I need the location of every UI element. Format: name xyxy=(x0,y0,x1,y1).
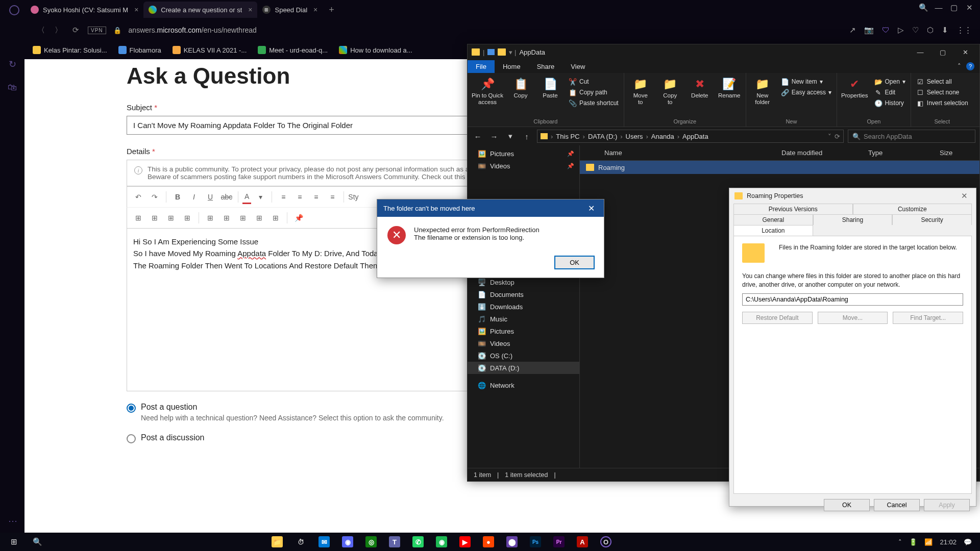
tree-pictures[interactable]: 🖼️Pictures📌 xyxy=(468,147,579,160)
taskbar-app[interactable]: ◉ xyxy=(431,534,452,550)
tab-location[interactable]: Location xyxy=(733,225,813,236)
font-dropdown[interactable]: ▾ xyxy=(253,190,267,204)
table-button[interactable]: ⊞ xyxy=(268,211,283,225)
tree-pictures2[interactable]: 🖼️Pictures xyxy=(468,325,579,337)
explorer-titlebar[interactable]: | ▾ | AppData ― ▢ ✕ xyxy=(468,44,979,60)
ok-button[interactable]: OK xyxy=(554,256,595,269)
bookmark-4[interactable]: How to download a... xyxy=(339,46,412,54)
bold-button[interactable]: B xyxy=(170,190,185,204)
tab-general[interactable]: General xyxy=(733,214,813,225)
start-button[interactable]: ⊞ xyxy=(3,534,24,550)
undo-button[interactable]: ↶ xyxy=(131,190,145,204)
tab-security[interactable]: Security xyxy=(892,214,972,225)
taskbar-app[interactable]: A xyxy=(572,534,593,550)
notifications-icon[interactable]: 💬 xyxy=(964,538,972,546)
open-button[interactable]: 📂Open ▾ xyxy=(873,77,906,86)
cut-button[interactable]: ✂️Cut xyxy=(568,77,620,86)
tab-customize[interactable]: Customize xyxy=(853,204,972,214)
tree-os-c[interactable]: 💽OS (C:) xyxy=(468,349,579,362)
taskbar-app[interactable]: ✆ xyxy=(407,534,429,550)
style-dropdown[interactable]: Sty xyxy=(348,190,358,204)
up-button[interactable]: ↑ xyxy=(521,132,533,141)
newfolder-button[interactable]: 📁Newfolder xyxy=(750,77,775,106)
bookmark-3[interactable]: Meet - urd-eoad-q... xyxy=(258,46,328,54)
align-center-button[interactable]: ≡ xyxy=(292,190,307,204)
browser-tab-1[interactable]: Create a new question or st× xyxy=(143,2,257,18)
unpin-button[interactable]: 📌 xyxy=(291,211,306,225)
invert-button[interactable]: ◧Invert selection xyxy=(915,98,969,108)
strike-button[interactable]: abc xyxy=(219,190,234,204)
copy-button[interactable]: 📋Copy xyxy=(508,77,533,99)
chevron-up-icon[interactable]: ˄ xyxy=(958,62,961,70)
share-icon[interactable]: ↗ xyxy=(849,26,856,35)
tab-home[interactable]: Home xyxy=(495,60,529,73)
minimize-icon[interactable]: ― xyxy=(910,48,930,56)
taskbar-app[interactable]: ● xyxy=(478,534,499,550)
taskbar-app[interactable]: ◉ xyxy=(337,534,358,550)
tree-videos2[interactable]: 🎞️Videos xyxy=(468,337,579,349)
font-color-button[interactable]: A xyxy=(242,190,251,204)
align-left-button[interactable]: ≡ xyxy=(276,190,290,204)
explorer-tree[interactable]: 🖼️Pictures📌 🎞️Videos📌 🧊3D Objects 🖥️Desk… xyxy=(468,145,580,468)
taskbar-app[interactable]: 📁 xyxy=(266,534,288,550)
bookmark-0[interactable]: Kelas Pintar: Solusi... xyxy=(33,46,107,54)
bookmark-2[interactable]: KELAS VII A 2021 -... xyxy=(173,46,247,54)
moveto-button[interactable]: 📁Moveto xyxy=(628,77,653,106)
taskbar-app[interactable]: Ps xyxy=(525,534,546,550)
tree-documents[interactable]: 📄Documents xyxy=(468,288,579,300)
location-path-input[interactable] xyxy=(742,293,963,306)
taskbar-app[interactable]: ▶ xyxy=(454,534,476,550)
cancel-button[interactable]: Cancel xyxy=(874,499,920,511)
recent-dropdown[interactable]: ▾ xyxy=(504,132,517,141)
table-button[interactable]: ⊞ xyxy=(164,211,178,225)
vpn-badge[interactable]: VPN xyxy=(88,27,106,34)
close-icon[interactable]: × xyxy=(313,6,317,14)
restore-default-button[interactable]: Restore Default xyxy=(742,312,813,324)
chevron-up-icon[interactable]: ˄ xyxy=(898,538,902,546)
tab-previous-versions[interactable]: Previous Versions xyxy=(733,204,853,214)
maximize-icon[interactable]: ▢ xyxy=(949,3,959,12)
newitem-button[interactable]: 📄New item ▾ xyxy=(780,77,832,86)
col-type[interactable]: Type xyxy=(862,149,934,157)
delete-button[interactable]: ✖Delete xyxy=(688,77,712,99)
dialog-titlebar[interactable]: Roaming Properties✕ xyxy=(729,188,976,204)
close-icon[interactable]: × xyxy=(248,6,252,14)
table-button[interactable]: ⊞ xyxy=(203,211,217,225)
table-button[interactable]: ⊞ xyxy=(219,211,234,225)
play-icon[interactable]: ▷ xyxy=(898,26,904,35)
copypath-button[interactable]: 📋Copy path xyxy=(568,88,620,97)
system-tray[interactable]: ˄ 🔋 📶 21:02 💬 xyxy=(898,538,977,546)
opera-icon[interactable] xyxy=(9,5,19,15)
col-name[interactable]: Name xyxy=(598,149,775,157)
minimize-icon[interactable]: ― xyxy=(934,3,943,12)
bag-icon[interactable]: 🛍 xyxy=(8,82,17,93)
cube-icon[interactable]: ⬡ xyxy=(927,26,934,35)
table-button[interactable]: ⊞ xyxy=(131,211,145,225)
close-icon[interactable]: ✕ xyxy=(955,48,975,56)
align-right-button[interactable]: ≡ xyxy=(309,190,323,204)
align-justify-button[interactable]: ≡ xyxy=(325,190,339,204)
table-button[interactable]: ⊞ xyxy=(236,211,250,225)
close-icon[interactable]: ✕ xyxy=(965,3,974,12)
table-button[interactable]: ⊞ xyxy=(148,211,162,225)
underline-button[interactable]: U xyxy=(203,190,217,204)
col-size[interactable]: Size xyxy=(934,149,979,157)
taskbar-app[interactable]: ⬤ xyxy=(501,534,523,550)
close-icon[interactable]: × xyxy=(134,6,138,14)
history-button[interactable]: 🕑History xyxy=(873,98,906,108)
browser-tab-0[interactable]: Syoko Hoshi (CV: Satsumi M× xyxy=(26,2,143,18)
heart-icon[interactable]: ♡ xyxy=(912,26,919,35)
taskbar-app[interactable]: T xyxy=(384,534,405,550)
table-button[interactable]: ⊞ xyxy=(180,211,194,225)
table-button[interactable]: ⊞ xyxy=(252,211,266,225)
paste-button[interactable]: 📄Paste xyxy=(538,77,562,99)
apply-button[interactable]: Apply xyxy=(924,499,970,511)
back-button[interactable]: 〈 xyxy=(36,26,46,35)
tab-sharing[interactable]: Sharing xyxy=(813,214,893,225)
clock[interactable]: 21:02 xyxy=(940,538,957,546)
pin-quickaccess-button[interactable]: 📌Pin to Quickaccess xyxy=(472,77,503,106)
tab-share[interactable]: Share xyxy=(529,60,563,73)
wifi-icon[interactable]: 📶 xyxy=(924,538,933,546)
tab-view[interactable]: View xyxy=(562,60,593,73)
selectall-button[interactable]: ☑Select all xyxy=(915,77,969,86)
